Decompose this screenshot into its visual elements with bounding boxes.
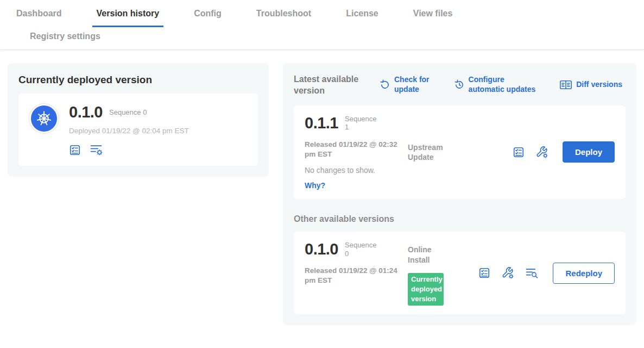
latest-version-row: 0.1.1 Sequence 1 (305, 114, 408, 132)
tab-config[interactable]: Config (190, 5, 226, 27)
tab-dashboard[interactable]: Dashboard (12, 5, 66, 27)
current-version-details: 0.1.0 Sequence 0 Deployed 01/19/22 @ 02:… (69, 103, 189, 156)
latest-version-info: 0.1.1 Sequence 1 Released 01/19/22 @ 02:… (305, 114, 408, 190)
other-version-source: Online Install Currently deployed versio… (408, 245, 466, 306)
current-version-row: 0.1.0 Sequence 0 (69, 103, 189, 121)
other-released-timestamp: Released 01/19/22 @ 01:24 pm EST (305, 266, 398, 285)
configure-updates-label: Configure automatic updates (469, 75, 540, 94)
diff-versions-link[interactable]: Diff versions (559, 75, 622, 94)
latest-version-card: 0.1.1 Sequence 1 Released 01/19/22 @ 02:… (294, 105, 626, 199)
latest-version-sequence: Sequence 1 (345, 115, 378, 132)
latest-card-actions: Deploy (466, 114, 615, 190)
latest-version-number: 0.1.1 (305, 114, 338, 132)
latest-version-header: Latest available version Check for updat… (294, 74, 626, 97)
current-version-number: 0.1.0 (69, 103, 103, 121)
available-versions-panel: Latest available version Check for updat… (283, 63, 636, 325)
tab-registry-settings[interactable]: Registry settings (26, 28, 105, 49)
latest-released-timestamp: Released 01/19/22 @ 02:32 pm EST (305, 140, 398, 159)
redeploy-button[interactable]: Redeploy (553, 263, 615, 284)
preflight-checklist-icon[interactable] (69, 144, 81, 156)
other-versions-title: Other available versions (294, 214, 626, 224)
latest-available-title: Latest available version (294, 74, 375, 97)
auto-update-clock-icon (454, 79, 465, 90)
why-link[interactable]: Why? (305, 181, 325, 190)
deploy-button[interactable]: Deploy (563, 141, 615, 163)
other-card-actions: Redeploy (466, 240, 615, 306)
current-version-sequence: Sequence 0 (109, 108, 147, 117)
current-version-title: Currently deployed version (18, 74, 258, 86)
other-version-number: 0.1.0 (305, 240, 338, 258)
tab-license[interactable]: License (342, 5, 383, 27)
check-for-update-link[interactable]: Check for update (380, 75, 434, 94)
diff-icon (559, 79, 572, 90)
other-version-row: 0.1.0 Sequence 0 (305, 240, 408, 258)
tab-version-history[interactable]: Version history (92, 5, 164, 27)
configure-updates-link[interactable]: Configure automatic updates (454, 75, 540, 94)
tab-troubleshoot[interactable]: Troubleshoot (252, 5, 315, 27)
top-nav: Dashboard Version history Config Trouble… (0, 0, 644, 50)
view-files-search-icon[interactable] (525, 267, 539, 279)
tab-view-files[interactable]: View files (409, 5, 457, 27)
other-version-card: 0.1.0 Sequence 0 Released 01/19/22 @ 01:… (294, 232, 626, 314)
wrench-gear-icon[interactable] (535, 146, 548, 159)
wrench-gear-icon[interactable] (501, 266, 514, 279)
other-source-label: Online Install (408, 245, 452, 265)
header-actions: Check for update Configure automatic upd… (375, 74, 626, 94)
preflight-checklist-icon[interactable] (478, 267, 490, 279)
refresh-icon (380, 79, 390, 90)
other-version-sequence: Sequence 0 (345, 241, 378, 258)
latest-version-source: Upstream Update (408, 142, 466, 190)
currently-deployed-badge: Currently deployed version (408, 273, 444, 306)
current-version-panel: Currently deployed version (8, 63, 269, 177)
current-version-actions (69, 144, 189, 156)
current-deployed-timestamp: Deployed 01/19/22 @ 02:04 pm EST (69, 127, 189, 135)
current-version-card: 0.1.0 Sequence 0 Deployed 01/19/22 @ 02:… (18, 94, 258, 166)
nav-row-primary: Dashboard Version history Config Trouble… (0, 5, 644, 27)
main-content: Currently deployed version (0, 50, 644, 338)
other-version-info: 0.1.0 Sequence 0 Released 01/19/22 @ 01:… (305, 240, 408, 306)
check-for-update-label: Check for update (394, 75, 434, 94)
diff-versions-label: Diff versions (576, 80, 622, 90)
no-changes-text: No changes to show. (305, 166, 408, 175)
preflight-checklist-icon[interactable] (513, 146, 525, 158)
latest-source-label: Upstream Update (408, 142, 452, 163)
view-config-icon[interactable] (90, 144, 103, 156)
kubernetes-icon (31, 105, 57, 132)
nav-row-secondary: Registry settings (0, 28, 644, 49)
